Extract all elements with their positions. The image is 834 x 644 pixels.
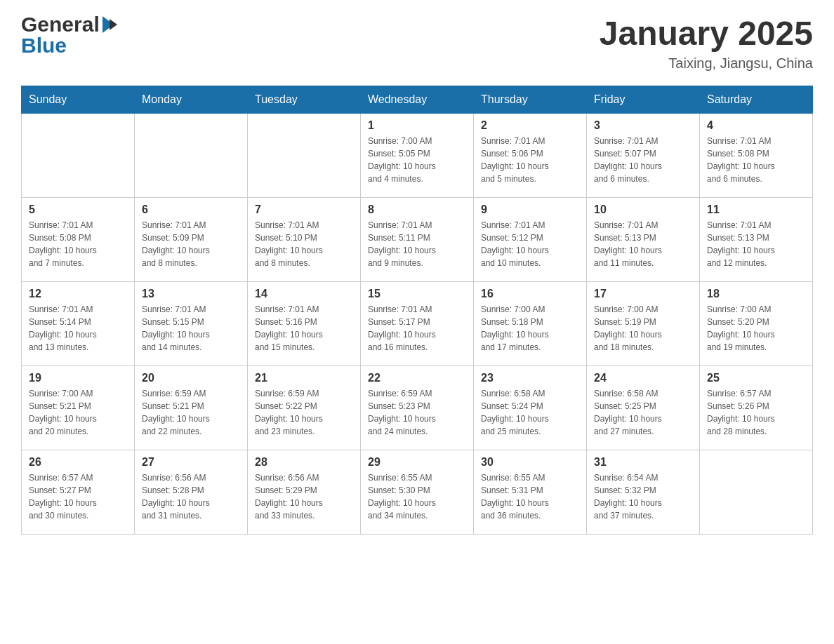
day-number: 4 — [707, 119, 805, 132]
day-info: Sunrise: 7:01 AM Sunset: 5:16 PM Dayligh… — [255, 303, 353, 354]
day-info: Sunrise: 7:01 AM Sunset: 5:08 PM Dayligh… — [707, 135, 805, 185]
day-info: Sunrise: 6:56 AM Sunset: 5:29 PM Dayligh… — [255, 471, 353, 522]
calendar-cell: 21Sunrise: 6:59 AM Sunset: 5:22 PM Dayli… — [248, 366, 361, 450]
day-number: 19 — [29, 372, 127, 384]
day-info: Sunrise: 7:01 AM Sunset: 5:13 PM Dayligh… — [594, 219, 692, 269]
calendar-week-4: 19Sunrise: 7:00 AM Sunset: 5:21 PM Dayli… — [22, 366, 813, 450]
calendar-cell: 15Sunrise: 7:01 AM Sunset: 5:17 PM Dayli… — [361, 282, 474, 366]
day-number: 22 — [368, 372, 466, 384]
calendar-cell — [135, 114, 248, 198]
calendar-header-thursday: Thursday — [474, 86, 587, 114]
calendar-cell: 2Sunrise: 7:01 AM Sunset: 5:06 PM Daylig… — [474, 114, 587, 198]
calendar-header-monday: Monday — [135, 86, 248, 114]
day-number: 5 — [29, 203, 127, 216]
calendar-cell — [700, 450, 813, 535]
calendar-cell: 24Sunrise: 6:58 AM Sunset: 5:25 PM Dayli… — [587, 366, 700, 450]
day-number: 23 — [481, 372, 579, 384]
calendar-header-row: SundayMondayTuesdayWednesdayThursdayFrid… — [22, 86, 813, 114]
day-number: 1 — [368, 119, 466, 132]
calendar-cell: 26Sunrise: 6:57 AM Sunset: 5:27 PM Dayli… — [22, 450, 135, 535]
day-number: 18 — [707, 288, 805, 300]
title-section: January 2025 Taixing, Jiangsu, China — [600, 14, 813, 72]
calendar-cell: 5Sunrise: 7:01 AM Sunset: 5:08 PM Daylig… — [22, 198, 135, 282]
day-info: Sunrise: 7:01 AM Sunset: 5:12 PM Dayligh… — [481, 219, 579, 269]
day-number: 12 — [29, 288, 127, 300]
calendar-cell: 13Sunrise: 7:01 AM Sunset: 5:15 PM Dayli… — [135, 282, 248, 366]
calendar-cell: 20Sunrise: 6:59 AM Sunset: 5:21 PM Dayli… — [135, 366, 248, 450]
day-info: Sunrise: 7:00 AM Sunset: 5:21 PM Dayligh… — [29, 387, 127, 438]
logo-arrow2-icon — [110, 19, 117, 30]
logo-general-text: General — [21, 14, 100, 35]
day-info: Sunrise: 6:59 AM Sunset: 5:23 PM Dayligh… — [368, 387, 466, 438]
calendar-cell: 17Sunrise: 7:00 AM Sunset: 5:19 PM Dayli… — [587, 282, 700, 366]
calendar-week-3: 12Sunrise: 7:01 AM Sunset: 5:14 PM Dayli… — [22, 282, 813, 366]
calendar-cell: 7Sunrise: 7:01 AM Sunset: 5:10 PM Daylig… — [248, 198, 361, 282]
day-info: Sunrise: 7:01 AM Sunset: 5:06 PM Dayligh… — [481, 135, 579, 185]
calendar-cell — [22, 114, 135, 198]
day-number: 25 — [707, 372, 805, 384]
day-info: Sunrise: 7:01 AM Sunset: 5:17 PM Dayligh… — [368, 303, 466, 354]
calendar-cell: 1Sunrise: 7:00 AM Sunset: 5:05 PM Daylig… — [361, 114, 474, 198]
calendar-cell: 10Sunrise: 7:01 AM Sunset: 5:13 PM Dayli… — [587, 198, 700, 282]
page-header: General Blue January 2025 Taixing, Jiang… — [21, 14, 813, 72]
day-number: 6 — [142, 203, 240, 216]
calendar-cell: 8Sunrise: 7:01 AM Sunset: 5:11 PM Daylig… — [361, 198, 474, 282]
day-info: Sunrise: 7:01 AM Sunset: 5:15 PM Dayligh… — [142, 303, 240, 354]
day-info: Sunrise: 6:55 AM Sunset: 5:31 PM Dayligh… — [481, 471, 579, 522]
calendar-cell: 30Sunrise: 6:55 AM Sunset: 5:31 PM Dayli… — [474, 450, 587, 535]
day-info: Sunrise: 7:01 AM Sunset: 5:09 PM Dayligh… — [142, 219, 240, 269]
day-info: Sunrise: 6:54 AM Sunset: 5:32 PM Dayligh… — [594, 471, 692, 522]
calendar-cell: 22Sunrise: 6:59 AM Sunset: 5:23 PM Dayli… — [361, 366, 474, 450]
calendar-week-1: 1Sunrise: 7:00 AM Sunset: 5:05 PM Daylig… — [22, 114, 813, 198]
calendar-cell: 23Sunrise: 6:58 AM Sunset: 5:24 PM Dayli… — [474, 366, 587, 450]
calendar-cell: 27Sunrise: 6:56 AM Sunset: 5:28 PM Dayli… — [135, 450, 248, 535]
calendar-cell — [248, 114, 361, 198]
day-info: Sunrise: 6:59 AM Sunset: 5:22 PM Dayligh… — [255, 387, 353, 438]
day-info: Sunrise: 7:01 AM Sunset: 5:07 PM Dayligh… — [594, 135, 692, 185]
day-info: Sunrise: 6:56 AM Sunset: 5:28 PM Dayligh… — [142, 471, 240, 522]
day-number: 17 — [594, 288, 692, 300]
day-info: Sunrise: 6:58 AM Sunset: 5:25 PM Dayligh… — [594, 387, 692, 438]
day-number: 7 — [255, 203, 353, 216]
day-number: 11 — [707, 203, 805, 216]
calendar-header-saturday: Saturday — [700, 86, 813, 114]
day-info: Sunrise: 7:01 AM Sunset: 5:14 PM Dayligh… — [29, 303, 127, 354]
day-info: Sunrise: 6:55 AM Sunset: 5:30 PM Dayligh… — [368, 471, 466, 522]
day-info: Sunrise: 6:57 AM Sunset: 5:26 PM Dayligh… — [707, 387, 805, 438]
calendar-cell: 16Sunrise: 7:00 AM Sunset: 5:18 PM Dayli… — [474, 282, 587, 366]
day-info: Sunrise: 7:01 AM Sunset: 5:08 PM Dayligh… — [29, 219, 127, 269]
calendar-header-friday: Friday — [587, 86, 700, 114]
day-info: Sunrise: 7:01 AM Sunset: 5:13 PM Dayligh… — [707, 219, 805, 269]
logo-blue-text: Blue — [21, 34, 117, 58]
day-number: 27 — [142, 456, 240, 469]
day-number: 26 — [29, 456, 127, 469]
calendar-cell: 14Sunrise: 7:01 AM Sunset: 5:16 PM Dayli… — [248, 282, 361, 366]
calendar-cell: 19Sunrise: 7:00 AM Sunset: 5:21 PM Dayli… — [22, 366, 135, 450]
day-number: 20 — [142, 372, 240, 384]
day-info: Sunrise: 7:00 AM Sunset: 5:18 PM Dayligh… — [481, 303, 579, 354]
calendar-table: SundayMondayTuesdayWednesdayThursdayFrid… — [21, 86, 813, 535]
calendar-cell: 3Sunrise: 7:01 AM Sunset: 5:07 PM Daylig… — [587, 114, 700, 198]
month-title: January 2025 — [600, 14, 813, 53]
day-number: 29 — [368, 456, 466, 469]
calendar-cell: 6Sunrise: 7:01 AM Sunset: 5:09 PM Daylig… — [135, 198, 248, 282]
day-number: 3 — [594, 119, 692, 132]
day-info: Sunrise: 6:57 AM Sunset: 5:27 PM Dayligh… — [29, 471, 127, 522]
calendar-cell: 25Sunrise: 6:57 AM Sunset: 5:26 PM Dayli… — [700, 366, 813, 450]
day-info: Sunrise: 6:58 AM Sunset: 5:24 PM Dayligh… — [481, 387, 579, 438]
day-info: Sunrise: 7:00 AM Sunset: 5:20 PM Dayligh… — [707, 303, 805, 354]
day-number: 21 — [255, 372, 353, 384]
day-number: 16 — [481, 288, 579, 300]
day-number: 8 — [368, 203, 466, 216]
calendar-cell: 12Sunrise: 7:01 AM Sunset: 5:14 PM Dayli… — [22, 282, 135, 366]
calendar-week-2: 5Sunrise: 7:01 AM Sunset: 5:08 PM Daylig… — [22, 198, 813, 282]
day-number: 2 — [481, 119, 579, 132]
calendar-cell: 4Sunrise: 7:01 AM Sunset: 5:08 PM Daylig… — [700, 114, 813, 198]
day-number: 9 — [481, 203, 579, 216]
day-number: 28 — [255, 456, 353, 469]
day-number: 30 — [481, 456, 579, 469]
calendar-cell: 18Sunrise: 7:00 AM Sunset: 5:20 PM Dayli… — [700, 282, 813, 366]
day-number: 31 — [594, 456, 692, 469]
calendar-header-wednesday: Wednesday — [361, 86, 474, 114]
day-info: Sunrise: 6:59 AM Sunset: 5:21 PM Dayligh… — [142, 387, 240, 438]
